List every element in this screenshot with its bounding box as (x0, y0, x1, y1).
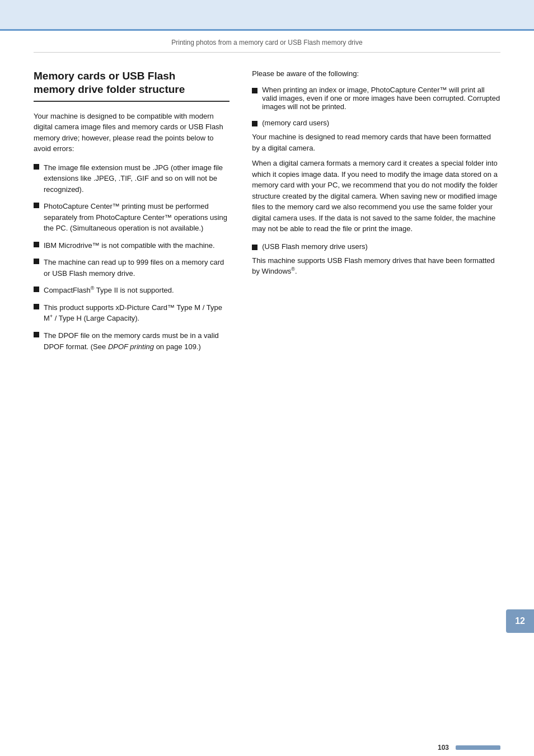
list-item: PhotoCapture Center™ printing must be pe… (34, 201, 229, 234)
bullet-icon (34, 164, 39, 170)
bullet-icon (34, 304, 39, 309)
list-item: The image file extension must be .JPG (o… (34, 162, 229, 195)
section-heading: Memory cards or USB Flash memory drive f… (34, 69, 229, 102)
bullet-icon (34, 259, 39, 264)
page-number: 103 (438, 744, 449, 752)
header-text: Printing photos from a memory card or US… (171, 39, 362, 46)
bullet-icon (252, 121, 257, 126)
top-band (0, 0, 534, 31)
bottom-bar: 103 (0, 739, 534, 756)
chapter-number: 12 (515, 616, 525, 626)
sub-text: When a digital camera formats a memory c… (252, 158, 500, 234)
list-item: This product supports xD-Picture Card™ T… (34, 302, 229, 324)
page-header: Printing photos from a memory card or US… (34, 31, 500, 53)
page-number-bar (456, 745, 500, 750)
please-aware-text: Please be aware of the following: (252, 69, 500, 78)
bullet-icon (252, 245, 257, 250)
sub-text: Your machine is designed to read memory … (252, 132, 500, 153)
list-item: The DPOF file on the memory cards must b… (34, 330, 229, 352)
list-item: IBM Microdrive™ is not compatible with t… (34, 240, 229, 251)
bullet-icon (34, 287, 39, 292)
chapter-tab: 12 (506, 609, 534, 633)
sub-text: This machine supports USB Flash memory d… (252, 255, 500, 277)
list-item: CompactFlash® Type II is not supported. (34, 285, 229, 296)
list-item: The machine can read up to 999 files on … (34, 257, 229, 279)
bullet-icon (252, 88, 257, 93)
content-wrapper: Memory cards or USB Flash memory drive f… (0, 53, 534, 392)
left-bullet-list: The image file extension must be .JPG (o… (34, 162, 229, 353)
left-column: Memory cards or USB Flash memory drive f… (34, 69, 229, 358)
bullet-icon (34, 242, 39, 247)
intro-paragraph: Your machine is designed to be compatibl… (34, 111, 229, 154)
list-item: (memory card users) Your machine is desi… (252, 119, 500, 234)
bullet-icon (34, 203, 39, 208)
list-item: When printing an index or image, PhotoCa… (252, 86, 500, 111)
list-item: (USB Flash memory drive users) This mach… (252, 242, 500, 277)
right-column: Please be aware of the following: When p… (252, 69, 500, 358)
bullet-icon (34, 332, 39, 337)
right-bullet-list: When printing an index or image, PhotoCa… (252, 86, 500, 277)
